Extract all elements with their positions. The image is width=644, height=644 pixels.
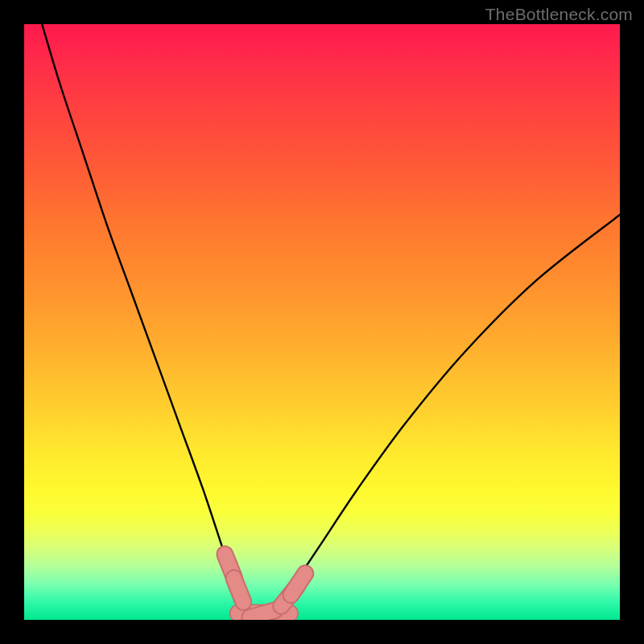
- watermark-text: TheBottleneck.com: [485, 5, 633, 24]
- marker-pill: [250, 610, 275, 617]
- marker-pill: [233, 578, 243, 602]
- plot-area: [24, 24, 620, 620]
- bottleneck-curve: [42, 24, 620, 615]
- chart-frame: TheBottleneck.com: [0, 0, 644, 644]
- marker-group: [225, 555, 305, 617]
- curve-path: [42, 24, 620, 615]
- curve-layer: [24, 24, 620, 620]
